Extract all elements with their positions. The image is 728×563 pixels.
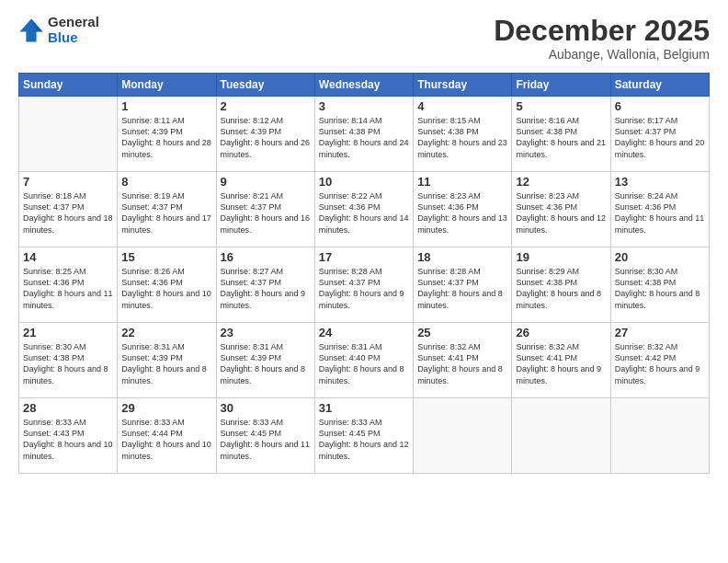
calendar-cell: 11Sunrise: 8:23 AM Sunset: 4:36 PM Dayli… [414, 172, 512, 247]
title-block: December 2025 Aubange, Wallonia, Belgium [494, 15, 710, 62]
calendar-cell: 9Sunrise: 8:21 AM Sunset: 4:37 PM Daylig… [216, 172, 314, 247]
calendar-cell: 14Sunrise: 8:25 AM Sunset: 4:36 PM Dayli… [19, 247, 118, 323]
calendar-cell: 10Sunrise: 8:22 AM Sunset: 4:36 PM Dayli… [314, 172, 413, 247]
day-number: 20 [615, 250, 705, 264]
header: General Blue December 2025 Aubange, Wall… [18, 15, 710, 62]
calendar-cell: 6Sunrise: 8:17 AM Sunset: 4:37 PM Daylig… [610, 97, 709, 172]
day-info: Sunrise: 8:28 AM Sunset: 4:37 PM Dayligh… [319, 266, 409, 311]
day-number: 22 [121, 326, 211, 339]
calendar-cell: 24Sunrise: 8:31 AM Sunset: 4:40 PM Dayli… [314, 323, 413, 398]
day-number: 8 [121, 175, 211, 189]
calendar-cell: 16Sunrise: 8:27 AM Sunset: 4:37 PM Dayli… [216, 247, 314, 323]
calendar-cell: 4Sunrise: 8:15 AM Sunset: 4:38 PM Daylig… [414, 97, 512, 172]
day-number: 17 [319, 250, 409, 264]
week-row-1: 1Sunrise: 8:11 AM Sunset: 4:39 PM Daylig… [19, 97, 710, 172]
day-info: Sunrise: 8:31 AM Sunset: 4:39 PM Dayligh… [121, 341, 211, 386]
calendar-cell [610, 398, 709, 474]
day-number: 2 [221, 99, 311, 113]
calendar-cell: 1Sunrise: 8:11 AM Sunset: 4:39 PM Daylig… [118, 97, 216, 172]
day-number: 6 [615, 99, 705, 113]
calendar-cell: 7Sunrise: 8:18 AM Sunset: 4:37 PM Daylig… [19, 172, 118, 247]
logo: General Blue [18, 15, 99, 45]
day-info: Sunrise: 8:15 AM Sunset: 4:38 PM Dayligh… [417, 115, 507, 160]
calendar-table: SundayMondayTuesdayWednesdayThursdayFrid… [18, 73, 710, 474]
day-number: 13 [615, 175, 705, 189]
day-info: Sunrise: 8:29 AM Sunset: 4:38 PM Dayligh… [516, 266, 606, 311]
month-title: December 2025 [494, 15, 710, 47]
calendar-cell: 31Sunrise: 8:33 AM Sunset: 4:45 PM Dayli… [314, 398, 413, 474]
day-number: 14 [23, 250, 113, 264]
day-number: 26 [516, 326, 606, 339]
day-info: Sunrise: 8:22 AM Sunset: 4:36 PM Dayligh… [319, 190, 409, 236]
day-info: Sunrise: 8:18 AM Sunset: 4:37 PM Dayligh… [23, 190, 113, 236]
logo-general-label: General [48, 15, 99, 30]
logo-text: General Blue [48, 15, 99, 45]
day-number: 18 [417, 250, 507, 264]
day-number: 25 [417, 326, 507, 339]
weekday-header-monday: Monday [118, 74, 216, 97]
calendar-cell: 12Sunrise: 8:23 AM Sunset: 4:36 PM Dayli… [512, 172, 610, 247]
day-number: 24 [319, 326, 409, 339]
day-info: Sunrise: 8:26 AM Sunset: 4:36 PM Dayligh… [121, 266, 211, 311]
day-info: Sunrise: 8:27 AM Sunset: 4:37 PM Dayligh… [221, 266, 311, 311]
day-number: 23 [221, 326, 311, 339]
day-number: 29 [121, 401, 211, 415]
day-info: Sunrise: 8:25 AM Sunset: 4:36 PM Dayligh… [23, 266, 113, 311]
logo-blue-label: Blue [48, 30, 99, 46]
day-number: 4 [417, 99, 507, 113]
day-number: 7 [23, 175, 113, 189]
week-row-5: 28Sunrise: 8:33 AM Sunset: 4:43 PM Dayli… [19, 398, 710, 474]
calendar-cell [512, 398, 610, 474]
week-row-2: 7Sunrise: 8:18 AM Sunset: 4:37 PM Daylig… [19, 172, 710, 247]
calendar-cell: 21Sunrise: 8:30 AM Sunset: 4:38 PM Dayli… [19, 323, 118, 398]
day-info: Sunrise: 8:24 AM Sunset: 4:36 PM Dayligh… [615, 190, 705, 236]
calendar-cell: 30Sunrise: 8:33 AM Sunset: 4:45 PM Dayli… [216, 398, 314, 474]
weekday-header-tuesday: Tuesday [216, 74, 314, 97]
calendar-cell: 18Sunrise: 8:28 AM Sunset: 4:37 PM Dayli… [414, 247, 512, 323]
calendar-cell: 27Sunrise: 8:32 AM Sunset: 4:42 PM Dayli… [610, 323, 709, 398]
day-info: Sunrise: 8:17 AM Sunset: 4:37 PM Dayligh… [615, 115, 705, 160]
day-info: Sunrise: 8:21 AM Sunset: 4:37 PM Dayligh… [221, 190, 311, 236]
day-info: Sunrise: 8:33 AM Sunset: 4:45 PM Dayligh… [319, 417, 409, 462]
page: General Blue December 2025 Aubange, Wall… [0, 0, 728, 563]
calendar-cell: 19Sunrise: 8:29 AM Sunset: 4:38 PM Dayli… [512, 247, 610, 323]
day-number: 12 [516, 175, 606, 189]
day-info: Sunrise: 8:31 AM Sunset: 4:39 PM Dayligh… [221, 341, 311, 386]
calendar-cell [19, 97, 118, 172]
day-info: Sunrise: 8:31 AM Sunset: 4:40 PM Dayligh… [319, 341, 409, 386]
day-info: Sunrise: 8:11 AM Sunset: 4:39 PM Dayligh… [121, 115, 211, 160]
calendar-cell: 15Sunrise: 8:26 AM Sunset: 4:36 PM Dayli… [118, 247, 216, 323]
calendar-cell: 5Sunrise: 8:16 AM Sunset: 4:38 PM Daylig… [512, 97, 610, 172]
day-info: Sunrise: 8:32 AM Sunset: 4:42 PM Dayligh… [615, 341, 705, 386]
day-number: 27 [615, 326, 705, 339]
calendar-cell: 28Sunrise: 8:33 AM Sunset: 4:43 PM Dayli… [19, 398, 118, 474]
day-info: Sunrise: 8:30 AM Sunset: 4:38 PM Dayligh… [615, 266, 705, 311]
weekday-header-row: SundayMondayTuesdayWednesdayThursdayFrid… [19, 74, 710, 97]
day-number: 15 [121, 250, 211, 264]
calendar-cell: 8Sunrise: 8:19 AM Sunset: 4:37 PM Daylig… [118, 172, 216, 247]
day-info: Sunrise: 8:19 AM Sunset: 4:37 PM Dayligh… [121, 190, 211, 236]
calendar-cell: 25Sunrise: 8:32 AM Sunset: 4:41 PM Dayli… [414, 323, 512, 398]
day-number: 19 [516, 250, 606, 264]
day-info: Sunrise: 8:16 AM Sunset: 4:38 PM Dayligh… [516, 115, 606, 160]
week-row-4: 21Sunrise: 8:30 AM Sunset: 4:38 PM Dayli… [19, 323, 710, 398]
day-number: 30 [221, 401, 311, 415]
calendar-cell: 29Sunrise: 8:33 AM Sunset: 4:44 PM Dayli… [118, 398, 216, 474]
calendar-cell: 2Sunrise: 8:12 AM Sunset: 4:39 PM Daylig… [216, 97, 314, 172]
day-number: 31 [319, 401, 409, 415]
weekday-header-wednesday: Wednesday [314, 74, 413, 97]
weekday-header-thursday: Thursday [414, 74, 512, 97]
day-number: 21 [23, 326, 113, 339]
day-info: Sunrise: 8:33 AM Sunset: 4:45 PM Dayligh… [221, 417, 311, 462]
day-number: 1 [121, 99, 211, 113]
day-info: Sunrise: 8:28 AM Sunset: 4:37 PM Dayligh… [417, 266, 507, 311]
day-info: Sunrise: 8:14 AM Sunset: 4:38 PM Dayligh… [319, 115, 409, 160]
day-info: Sunrise: 8:32 AM Sunset: 4:41 PM Dayligh… [417, 341, 507, 386]
day-info: Sunrise: 8:23 AM Sunset: 4:36 PM Dayligh… [417, 190, 507, 236]
day-info: Sunrise: 8:32 AM Sunset: 4:41 PM Dayligh… [516, 341, 606, 386]
calendar-cell: 23Sunrise: 8:31 AM Sunset: 4:39 PM Dayli… [216, 323, 314, 398]
calendar-cell: 22Sunrise: 8:31 AM Sunset: 4:39 PM Dayli… [118, 323, 216, 398]
day-info: Sunrise: 8:33 AM Sunset: 4:44 PM Dayligh… [121, 417, 211, 462]
weekday-header-sunday: Sunday [19, 74, 118, 97]
day-number: 9 [221, 175, 311, 189]
